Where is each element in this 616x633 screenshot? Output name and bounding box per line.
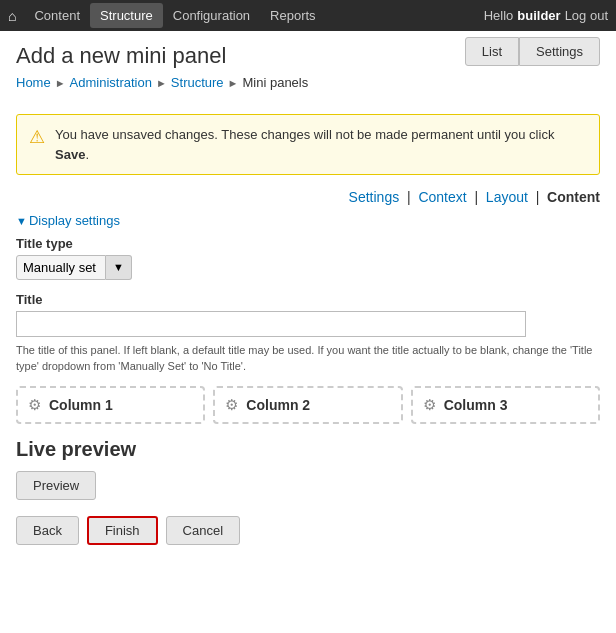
title-type-field: Manually set No Title From context ▼ (16, 255, 600, 280)
column-1-box: ⚙ Column 1 (16, 386, 205, 424)
title-type-dropdown-btn[interactable]: ▼ (106, 255, 132, 280)
bottom-buttons: Back Finish Cancel (16, 516, 600, 545)
settings-navigation: Settings | Context | Layout | Content (16, 189, 600, 205)
live-preview-title: Live preview (16, 438, 600, 461)
breadcrumb-structure[interactable]: Structure (171, 75, 224, 90)
nav-item-reports[interactable]: Reports (260, 3, 326, 28)
warning-message: You have unsaved changes. These changes … (55, 125, 587, 164)
caret-icon: ▼ (16, 215, 27, 227)
home-icon[interactable]: ⌂ (8, 8, 16, 24)
breadcrumb-home[interactable]: Home (16, 75, 51, 90)
top-navigation: ⌂ Content Structure Configuration Report… (0, 0, 616, 31)
settings-nav-context[interactable]: Context (418, 189, 466, 205)
breadcrumb-arrow-1: ► (55, 77, 66, 89)
settings-nav-content: Content (547, 189, 600, 205)
nav-item-configuration[interactable]: Configuration (163, 3, 260, 28)
tab-settings[interactable]: Settings (519, 37, 600, 66)
separator-1: | (407, 189, 411, 205)
breadcrumb: Home ► Administration ► Structure ► Mini… (16, 75, 600, 90)
page-content: Add a new mini panel List Settings Home … (0, 31, 616, 557)
breadcrumb-arrow-3: ► (228, 77, 239, 89)
column-1-label: Column 1 (49, 397, 113, 413)
columns-row: ⚙ Column 1 ⚙ Column 2 ⚙ Column 3 (16, 386, 600, 424)
warning-icon: ⚠ (29, 126, 45, 148)
warning-box: ⚠ You have unsaved changes. These change… (16, 114, 600, 175)
display-settings-label: Display settings (29, 213, 120, 228)
title-label: Title (16, 292, 600, 307)
hello-text: Hello (484, 8, 514, 23)
preview-button[interactable]: Preview (16, 471, 96, 500)
cancel-button[interactable]: Cancel (166, 516, 240, 545)
column-2-label: Column 2 (246, 397, 310, 413)
warning-save-label: Save (55, 147, 85, 162)
display-settings-toggle[interactable]: ▼ Display settings (16, 213, 600, 228)
nav-user-area: Hello builder Log out (484, 8, 608, 23)
separator-2: | (474, 189, 478, 205)
column-3-box: ⚙ Column 3 (411, 386, 600, 424)
settings-nav-layout[interactable]: Layout (486, 189, 528, 205)
separator-3: | (536, 189, 540, 205)
nav-item-content[interactable]: Content (24, 3, 90, 28)
column-2-box: ⚙ Column 2 (213, 386, 402, 424)
nav-item-structure[interactable]: Structure (90, 3, 163, 28)
warning-text-part2: . (85, 147, 89, 162)
title-hint: The title of this panel. If left blank, … (16, 343, 600, 374)
title-input[interactable] (16, 311, 526, 337)
warning-text-part1: You have unsaved changes. These changes … (55, 127, 554, 142)
finish-button[interactable]: Finish (87, 516, 158, 545)
tab-list[interactable]: List (465, 37, 519, 66)
page-header: Add a new mini panel List Settings Home … (16, 43, 600, 100)
column-3-label: Column 3 (444, 397, 508, 413)
column-2-gear-icon[interactable]: ⚙ (225, 396, 238, 414)
back-button[interactable]: Back (16, 516, 79, 545)
tab-buttons: List Settings (465, 37, 600, 66)
column-3-gear-icon[interactable]: ⚙ (423, 396, 436, 414)
logout-link[interactable]: Log out (565, 8, 608, 23)
breadcrumb-mini-panels: Mini panels (242, 75, 308, 90)
title-type-label: Title type (16, 236, 600, 251)
breadcrumb-arrow-2: ► (156, 77, 167, 89)
breadcrumb-administration[interactable]: Administration (70, 75, 152, 90)
username: builder (517, 8, 560, 23)
settings-nav-settings[interactable]: Settings (349, 189, 400, 205)
title-type-select[interactable]: Manually set No Title From context (16, 255, 106, 280)
column-1-gear-icon[interactable]: ⚙ (28, 396, 41, 414)
